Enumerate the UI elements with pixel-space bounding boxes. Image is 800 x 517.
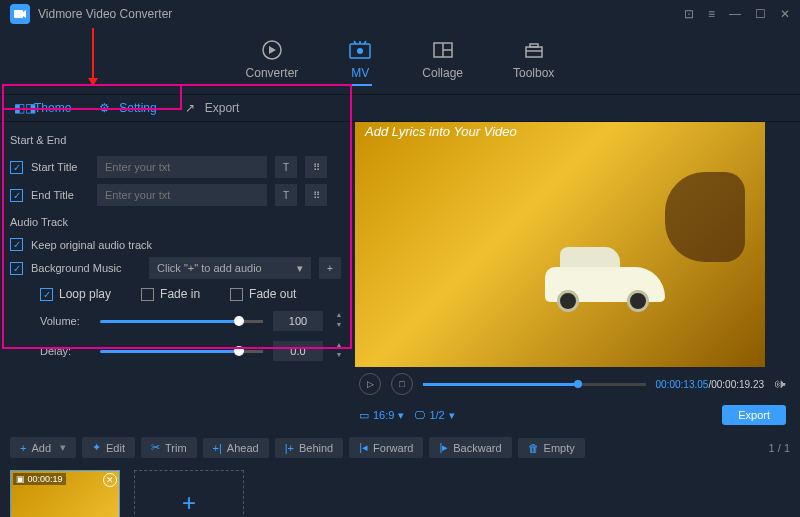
add-clip-button[interactable]: +	[134, 470, 244, 517]
aspect-icon: ▭	[359, 409, 369, 422]
app-title: Vidmore Video Converter	[38, 7, 684, 21]
bg-music-select[interactable]: Click "+" to add audio▾	[149, 257, 311, 279]
add-audio-button[interactable]: +	[319, 257, 341, 279]
play-button[interactable]: ▷	[359, 373, 381, 395]
tab-mv[interactable]: MV	[348, 38, 372, 86]
subtab-theme[interactable]: ◧◨ Theme	[0, 95, 85, 121]
forward-icon: |◂	[359, 441, 368, 454]
fadein-label: Fade in	[160, 287, 200, 301]
bg-music-checkbox[interactable]: ✓	[10, 262, 23, 275]
aspect-select[interactable]: ▭16:9▾	[359, 409, 404, 422]
tab-toolbox[interactable]: Toolbox	[513, 38, 554, 86]
video-preview[interactable]: Add Lyrics into Your Video	[355, 122, 765, 367]
svg-point-3	[357, 48, 363, 54]
end-title-checkbox[interactable]: ✓	[10, 189, 23, 202]
trim-button[interactable]: ✂Trim	[141, 437, 197, 458]
mv-icon	[348, 38, 372, 62]
delay-value[interactable]: 0.0	[273, 341, 323, 361]
menu-icon[interactable]: ≡	[708, 7, 715, 21]
start-title-checkbox[interactable]: ✓	[10, 161, 23, 174]
feedback-icon[interactable]: ⊡	[684, 7, 694, 21]
behind-icon: |+	[285, 442, 294, 454]
start-title-input[interactable]	[97, 156, 267, 178]
delay-label: Delay:	[40, 345, 90, 357]
scissors-icon: ✂	[151, 441, 160, 454]
volume-value[interactable]: 100	[273, 311, 323, 331]
delay-slider[interactable]	[100, 350, 263, 353]
bg-music-label: Background Music	[31, 262, 141, 274]
backward-button[interactable]: |▸Backward	[429, 437, 511, 458]
preview-overlay-text: Add Lyrics into Your Video	[365, 124, 517, 139]
start-title-label: Start Title	[31, 161, 89, 173]
chevron-down-icon: ▾	[398, 409, 404, 422]
clip-remove-button[interactable]: ✕	[103, 473, 117, 487]
minimize-icon[interactable]: —	[729, 7, 741, 21]
app-logo	[10, 4, 30, 24]
converter-icon	[260, 38, 284, 62]
maximize-icon[interactable]: ☐	[755, 7, 766, 21]
forward-button[interactable]: |◂Forward	[349, 437, 423, 458]
volume-up[interactable]: ▲	[333, 311, 345, 321]
toolbox-icon	[522, 38, 546, 62]
tab-converter[interactable]: Converter	[246, 38, 299, 86]
clip-thumbnail[interactable]: ▣ 00:00:19 ✕ ▷ 🕨 ✦ ✂	[10, 470, 120, 517]
chevron-down-icon: ▾	[297, 262, 303, 275]
stop-button[interactable]: □	[391, 373, 413, 395]
ahead-button[interactable]: +|Ahead	[203, 438, 269, 458]
keep-audio-checkbox[interactable]: ✓	[10, 238, 23, 251]
loop-checkbox[interactable]: ✓	[40, 288, 53, 301]
backward-icon: |▸	[439, 441, 448, 454]
theme-icon: ◧◨	[14, 101, 28, 115]
end-title-input[interactable]	[97, 184, 267, 206]
subtab-export[interactable]: ↗ Export	[171, 95, 254, 121]
end-title-label: End Title	[31, 189, 89, 201]
time-display: 00:00:13.05/00:00:19.23	[656, 379, 764, 390]
loop-label: Loop play	[59, 287, 111, 301]
collage-icon	[431, 38, 455, 62]
start-text-grid-button[interactable]: ⠿	[305, 156, 327, 178]
subtab-setting[interactable]: ⚙ Setting	[85, 95, 170, 121]
behind-button[interactable]: |+Behind	[275, 438, 344, 458]
export-icon: ↗	[185, 101, 199, 115]
end-text-style-button[interactable]: T	[275, 184, 297, 206]
chevron-down-icon: ▾	[60, 441, 66, 454]
export-button[interactable]: Export	[722, 405, 786, 425]
page-select[interactable]: 🖵1/2▾	[414, 409, 454, 422]
fadeout-label: Fade out	[249, 287, 296, 301]
svg-rect-8	[530, 44, 538, 47]
page-indicator: 1 / 1	[769, 442, 790, 454]
start-text-style-button[interactable]: T	[275, 156, 297, 178]
empty-button[interactable]: 🗑Empty	[518, 438, 585, 458]
fadein-checkbox[interactable]	[141, 288, 154, 301]
progress-bar[interactable]	[423, 383, 646, 386]
volume-icon[interactable]: 🕪	[774, 377, 786, 391]
monitor-icon: 🖵	[414, 409, 425, 421]
trash-icon: 🗑	[528, 442, 539, 454]
add-button[interactable]: +Add▾	[10, 437, 76, 458]
volume-label: Volume:	[40, 315, 90, 327]
volume-down[interactable]: ▼	[333, 321, 345, 331]
clip-duration: ▣ 00:00:19	[13, 473, 66, 485]
volume-slider[interactable]	[100, 320, 263, 323]
svg-rect-0	[14, 10, 23, 18]
section-audio-track: Audio Track	[10, 212, 345, 232]
edit-button[interactable]: ✦Edit	[82, 437, 135, 458]
tab-collage[interactable]: Collage	[422, 38, 463, 86]
chevron-down-icon: ▾	[449, 409, 455, 422]
fadeout-checkbox[interactable]	[230, 288, 243, 301]
gear-icon: ⚙	[99, 101, 113, 115]
section-start-end: Start & End	[10, 130, 345, 150]
ahead-icon: +|	[213, 442, 222, 454]
close-icon[interactable]: ✕	[780, 7, 790, 21]
wand-icon: ✦	[92, 441, 101, 454]
plus-icon: +	[20, 442, 26, 454]
keep-audio-label: Keep original audio track	[31, 239, 152, 251]
svg-rect-7	[526, 47, 542, 57]
delay-up[interactable]: ▲	[333, 341, 345, 351]
delay-down[interactable]: ▼	[333, 351, 345, 361]
end-text-grid-button[interactable]: ⠿	[305, 184, 327, 206]
